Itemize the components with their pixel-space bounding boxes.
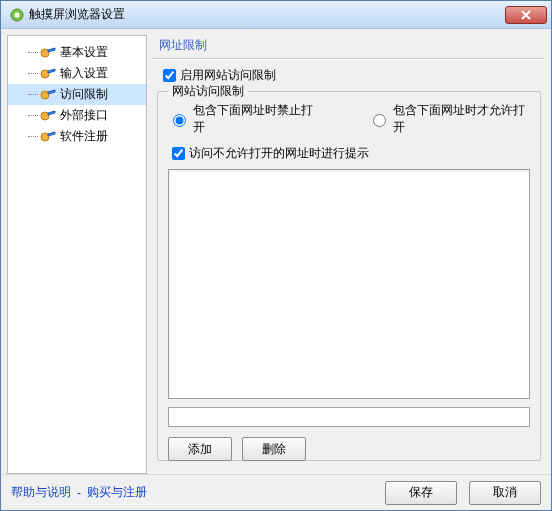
tree-connector xyxy=(28,94,38,95)
sidebar-item-label: 输入设置 xyxy=(60,65,108,82)
close-icon xyxy=(521,10,531,20)
sidebar-item-register[interactable]: 软件注册 xyxy=(8,126,146,147)
cancel-button[interactable]: 取消 xyxy=(469,481,541,505)
gear-icon xyxy=(40,109,56,123)
gear-icon xyxy=(40,130,56,144)
footer-links: 帮助与说明 - 购买与注册 xyxy=(11,484,385,501)
link-separator: - xyxy=(77,486,81,500)
tree-connector xyxy=(28,136,38,137)
sidebar-item-label: 基本设置 xyxy=(60,44,108,61)
radio-deny-input[interactable] xyxy=(173,114,186,127)
radio-deny-label: 包含下面网址时禁止打开 xyxy=(193,102,318,136)
window-title: 触摸屏浏览器设置 xyxy=(29,6,505,23)
tree-connector xyxy=(28,73,38,74)
svg-point-1 xyxy=(15,12,20,17)
buy-link[interactable]: 购买与注册 xyxy=(87,484,147,501)
prompt-row[interactable]: 访问不允许打开的网址时进行提示 xyxy=(168,144,530,163)
delete-button[interactable]: 删除 xyxy=(242,437,306,461)
enable-restriction-label: 启用网站访问限制 xyxy=(180,67,276,84)
restriction-groupbox: 网站访问限制 包含下面网址时禁止打开 包含下面网址时才允许打开 访问不允许打开的… xyxy=(157,91,541,461)
tree-connector xyxy=(28,115,38,116)
url-listbox[interactable] xyxy=(168,169,530,399)
radio-allow[interactable]: 包含下面网址时才允许打开 xyxy=(368,102,530,136)
mode-radio-row: 包含下面网址时禁止打开 包含下面网址时才允许打开 xyxy=(168,102,530,136)
enable-restriction-checkbox[interactable] xyxy=(163,69,176,82)
save-button[interactable]: 保存 xyxy=(385,481,457,505)
sidebar-item-label: 软件注册 xyxy=(60,128,108,145)
footer-buttons: 保存 取消 xyxy=(385,481,541,505)
url-input[interactable] xyxy=(168,407,530,427)
list-buttons: 添加 删除 xyxy=(168,437,530,461)
settings-window: 触摸屏浏览器设置 基本设置 输入设置 访问限制 xyxy=(0,0,552,511)
panel-title: 网址限制 xyxy=(153,35,545,58)
prompt-checkbox[interactable] xyxy=(172,147,185,160)
groupbox-legend: 网站访问限制 xyxy=(168,83,248,100)
gear-icon xyxy=(40,88,56,102)
gear-icon xyxy=(40,46,56,60)
app-icon xyxy=(9,7,25,23)
tree-connector xyxy=(28,52,38,53)
sidebar-item-external[interactable]: 外部接口 xyxy=(8,105,146,126)
add-button[interactable]: 添加 xyxy=(168,437,232,461)
footer: 帮助与说明 - 购买与注册 保存 取消 xyxy=(1,474,551,510)
body: 基本设置 输入设置 访问限制 外部接口 软件注册 xyxy=(1,29,551,474)
radio-deny[interactable]: 包含下面网址时禁止打开 xyxy=(168,102,318,136)
sidebar-item-input[interactable]: 输入设置 xyxy=(8,63,146,84)
close-button[interactable] xyxy=(505,6,547,24)
titlebar: 触摸屏浏览器设置 xyxy=(1,1,551,29)
help-link[interactable]: 帮助与说明 xyxy=(11,484,71,501)
sidebar-item-label: 外部接口 xyxy=(60,107,108,124)
prompt-label: 访问不允许打开的网址时进行提示 xyxy=(189,145,369,162)
sidebar-item-basic[interactable]: 基本设置 xyxy=(8,42,146,63)
content-panel: 网址限制 启用网站访问限制 网站访问限制 包含下面网址时禁止打开 包含下面网址时… xyxy=(153,35,545,474)
sidebar: 基本设置 输入设置 访问限制 外部接口 软件注册 xyxy=(7,35,147,474)
radio-allow-label: 包含下面网址时才允许打开 xyxy=(393,102,530,136)
sidebar-item-label: 访问限制 xyxy=(60,86,108,103)
sidebar-item-access[interactable]: 访问限制 xyxy=(8,84,146,105)
divider xyxy=(153,58,545,60)
radio-allow-input[interactable] xyxy=(373,114,386,127)
gear-icon xyxy=(40,67,56,81)
